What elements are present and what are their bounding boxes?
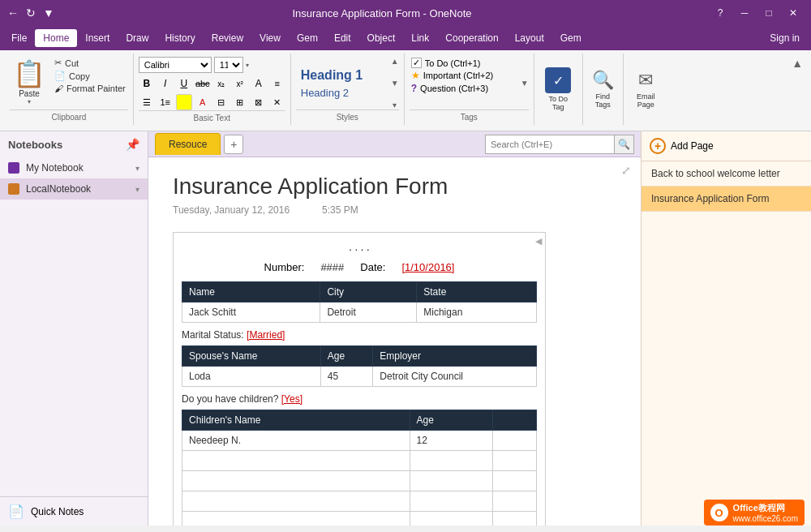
underline-button[interactable]: U: [176, 75, 192, 92]
menu-signin[interactable]: Sign in: [762, 29, 808, 47]
children-value[interactable]: [Yes]: [281, 393, 303, 405]
italic-button[interactable]: I: [157, 75, 174, 92]
cell-child-extra-2[interactable]: [492, 451, 536, 471]
menu-object[interactable]: Object: [359, 29, 404, 47]
menu-insert[interactable]: Insert: [77, 29, 118, 47]
menu-history[interactable]: History: [157, 29, 203, 47]
important-tag-item[interactable]: ★ Important (Ctrl+2): [410, 69, 517, 82]
menu-draw[interactable]: Draw: [118, 29, 157, 47]
menu-gem1[interactable]: Gem: [289, 29, 326, 47]
cut-button[interactable]: ✂ Cut: [52, 57, 128, 69]
cell-child-extra-3[interactable]: [492, 471, 536, 491]
search-input[interactable]: [485, 135, 615, 154]
notebook-local[interactable]: LocalNotebook ▾: [0, 178, 148, 200]
cell-spouse-age[interactable]: 45: [320, 367, 373, 387]
cell-child-name-5[interactable]: [182, 512, 410, 526]
notebook-my[interactable]: My Notebook ▾: [0, 157, 148, 178]
email-page-button[interactable]: ✉ EmailPage: [637, 70, 655, 109]
question-tag-item[interactable]: ? Question (Ctrl+3): [410, 82, 517, 95]
close-button[interactable]: ✕: [782, 4, 805, 22]
cell-state[interactable]: Michigan: [417, 302, 537, 323]
add-tab-button[interactable]: +: [224, 135, 243, 154]
page-list-item-1[interactable]: Back to school welcome letter: [642, 161, 811, 187]
cell-child-age-1[interactable]: 12: [410, 431, 492, 451]
clear-format-button[interactable]: A: [251, 75, 267, 92]
menu-layout[interactable]: Layout: [507, 29, 552, 47]
expand-page-button[interactable]: ⤢: [621, 164, 631, 177]
menu-home[interactable]: Home: [35, 29, 77, 47]
cell-child-name-2[interactable]: [182, 451, 410, 471]
align-center-button[interactable]: ⊞: [232, 94, 248, 110]
bold-button[interactable]: B: [139, 75, 155, 92]
cell-child-age-4[interactable]: [410, 491, 492, 512]
cell-city[interactable]: Detroit: [320, 302, 417, 323]
styles-more-button[interactable]: ▾: [391, 101, 399, 109]
paste-button[interactable]: 📋 Paste ▾: [10, 57, 49, 107]
find-tags-section: 🔍 FindTags: [583, 54, 624, 125]
list-bullets-button[interactable]: ☰: [139, 94, 155, 110]
pin-icon[interactable]: 📌: [126, 138, 139, 151]
marital-value[interactable]: [Married]: [247, 329, 285, 341]
cell-child-name-1[interactable]: Needeep N.: [182, 431, 410, 451]
todo-tag-button[interactable]: ✓ To DoTag: [545, 67, 571, 111]
tags-down-arrow[interactable]: ▼: [521, 79, 529, 88]
cell-child-extra-5[interactable]: [492, 512, 536, 526]
cell-child-name-3[interactable]: [182, 471, 410, 491]
delete-button[interactable]: ✕: [269, 94, 285, 110]
font-color-button[interactable]: A: [195, 94, 211, 110]
cut-icon: ✂: [54, 58, 62, 68]
highlight-button[interactable]: A: [176, 94, 192, 110]
help-button[interactable]: ?: [709, 4, 732, 22]
strikethrough-button[interactable]: abc: [195, 75, 211, 92]
cell-child-age-5[interactable]: [410, 512, 492, 526]
custom-button[interactable]: ▼: [42, 6, 55, 19]
find-tags-button[interactable]: 🔍 FindTags: [592, 70, 614, 109]
copy-button[interactable]: 📄 Copy: [52, 70, 128, 82]
form-collapse-button[interactable]: ◀: [535, 236, 542, 247]
styles-down-button[interactable]: ▼: [391, 79, 399, 88]
menu-cooperation[interactable]: Cooperation: [437, 29, 506, 47]
cell-spouse-name[interactable]: Loda: [182, 367, 321, 387]
menu-view[interactable]: View: [251, 29, 289, 47]
superscript-button[interactable]: x²: [232, 75, 248, 92]
ribbon-collapse-button[interactable]: ▲: [788, 54, 806, 125]
minimize-button[interactable]: ─: [733, 4, 756, 22]
font-size-select[interactable]: 11: [214, 57, 243, 73]
menu-gem2[interactable]: Gem: [552, 29, 590, 47]
back-button[interactable]: ←: [6, 6, 19, 19]
todo-tag-item[interactable]: ✓ To Do (Ctrl+1): [410, 57, 517, 69]
col-spouse-name: Spouse's Name: [182, 346, 321, 367]
menu-file[interactable]: File: [3, 29, 35, 47]
cell-child-age-2[interactable]: [410, 451, 492, 471]
cell-employer[interactable]: Detroit City Council: [373, 367, 537, 387]
quick-notes-item[interactable]: 📄 Quick Notes: [0, 496, 148, 526]
marital-label: Marital Status:: [182, 329, 244, 341]
styles-up-button[interactable]: ▲: [391, 57, 399, 66]
menu-review[interactable]: Review: [204, 29, 251, 47]
menu-edit[interactable]: Edit: [326, 29, 359, 47]
font-family-select[interactable]: Calibri: [139, 57, 212, 73]
date-value[interactable]: [1/10/2016]: [401, 261, 454, 273]
format-painter-button[interactable]: 🖌 Format Painter: [52, 83, 128, 94]
search-button[interactable]: 🔍: [615, 135, 634, 154]
email-section: ✉ EmailPage: [624, 54, 668, 125]
align-right-button[interactable]: ⊠: [251, 94, 267, 110]
undo-button[interactable]: ↻: [24, 6, 37, 19]
cell-child-extra-1[interactable]: [492, 431, 536, 451]
cell-child-name-4[interactable]: [182, 491, 410, 512]
heading1-button[interactable]: Heading 1: [296, 66, 388, 85]
maximize-button[interactable]: □: [757, 4, 780, 22]
subscript-button[interactable]: x₂: [213, 75, 230, 92]
heading2-button[interactable]: Heading 2: [296, 85, 388, 101]
page-list-item-2[interactable]: Insurance Application Form: [642, 187, 811, 212]
cell-child-age-3[interactable]: [410, 471, 492, 491]
align-left-button[interactable]: ⊟: [213, 94, 230, 110]
add-page-button[interactable]: + Add Page: [642, 131, 811, 161]
menu-link[interactable]: Link: [403, 29, 437, 47]
page-title[interactable]: Insurance Application Form: [173, 174, 616, 200]
list-numbers-button[interactable]: 1≡: [157, 94, 174, 110]
cell-child-extra-4[interactable]: [492, 491, 536, 512]
indent-button[interactable]: ≡: [269, 75, 285, 92]
cell-name[interactable]: Jack Schitt: [182, 302, 320, 323]
tab-resouce[interactable]: Resouce: [155, 133, 221, 155]
